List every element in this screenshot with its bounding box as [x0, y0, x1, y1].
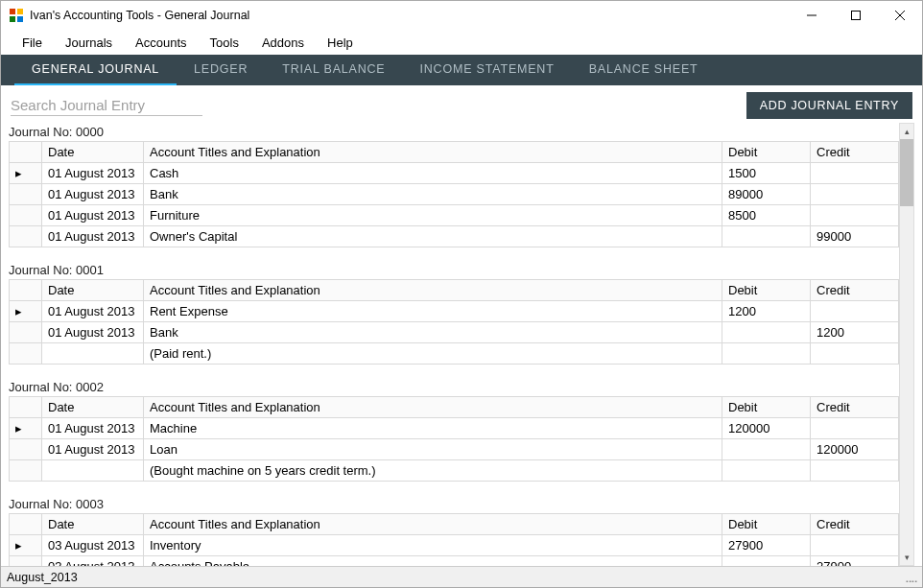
col-debit-header[interactable]: Debit	[722, 397, 811, 418]
window-title: Ivan's Accounting Tools - General Journa…	[30, 9, 790, 22]
tab-income-statement[interactable]: INCOME STATEMENT	[403, 55, 572, 85]
cell-credit	[811, 184, 899, 205]
table-row[interactable]: (Bought machine on 5 years credit term.)	[10, 460, 899, 482]
content-area: Journal No: 0000DateAccount Titles and E…	[1, 123, 922, 566]
table-row[interactable]: ▸01 August 2013Cash1500	[10, 163, 899, 184]
menu-bar: File Journals Accounts Tools Addons Help	[1, 30, 922, 55]
table-row[interactable]: (Paid rent.)	[10, 343, 899, 365]
menu-journals[interactable]: Journals	[54, 32, 124, 54]
cell-credit	[811, 535, 899, 556]
col-debit-header[interactable]: Debit	[722, 142, 811, 163]
cell-date: 01 August 2013	[42, 226, 144, 247]
cell-date: 01 August 2013	[42, 301, 144, 322]
col-marker-header[interactable]	[10, 142, 42, 163]
cell-credit: 120000	[811, 439, 899, 460]
cell-debit: 1500	[722, 163, 811, 184]
menu-tools[interactable]: Tools	[199, 32, 250, 54]
cell-date: 03 August 2013	[42, 535, 144, 556]
cell-debit	[722, 556, 811, 567]
row-marker-icon: ▸	[10, 163, 42, 184]
search-input[interactable]	[11, 95, 202, 116]
vertical-scrollbar[interactable]: ▴ ▾	[899, 123, 914, 566]
col-account-header[interactable]: Account Titles and Explanation	[144, 397, 722, 418]
cell-account: Furniture	[144, 205, 722, 226]
col-date-header[interactable]: Date	[42, 280, 144, 301]
cell-account: Machine	[144, 418, 722, 439]
cell-credit	[811, 163, 899, 184]
table-row[interactable]: 01 August 2013Loan120000	[10, 439, 899, 460]
col-marker-header[interactable]	[10, 514, 42, 535]
tab-ledger[interactable]: LEDGER	[177, 55, 265, 85]
col-account-header[interactable]: Account Titles and Explanation	[144, 514, 722, 535]
cell-account: Bank	[144, 184, 722, 205]
cell-credit	[811, 418, 899, 439]
menu-accounts[interactable]: Accounts	[124, 32, 198, 54]
cell-credit	[811, 460, 899, 482]
cell-debit: 27900	[722, 535, 811, 556]
cell-account: Inventory	[144, 535, 722, 556]
col-date-header[interactable]: Date	[42, 397, 144, 418]
cell-debit	[722, 439, 811, 460]
journal-number-label: Journal No: 0000	[9, 123, 899, 141]
tab-bar: GENERAL JOURNAL LEDGER TRIAL BALANCE INC…	[1, 55, 922, 85]
svg-rect-3	[17, 16, 23, 22]
col-date-header[interactable]: Date	[42, 142, 144, 163]
cell-account: (Paid rent.)	[144, 343, 722, 365]
cell-date: 01 August 2013	[42, 205, 144, 226]
tab-balance-sheet[interactable]: BALANCE SHEET	[572, 55, 716, 85]
col-credit-header[interactable]: Credit	[811, 142, 899, 163]
menu-addons[interactable]: Addons	[250, 32, 316, 54]
table-row[interactable]: 01 August 2013Furniture8500	[10, 205, 899, 226]
col-credit-header[interactable]: Credit	[811, 397, 899, 418]
cell-account: Accounts Payable	[144, 556, 722, 567]
close-button[interactable]	[878, 1, 922, 30]
table-row[interactable]: 01 August 2013Bank1200	[10, 322, 899, 343]
cell-credit	[811, 205, 899, 226]
row-marker-icon	[10, 343, 42, 365]
col-credit-header[interactable]: Credit	[811, 514, 899, 535]
table-row[interactable]: ▸01 August 2013Rent Expense1200	[10, 301, 899, 322]
add-journal-entry-button[interactable]: ADD JOURNAL ENTRY	[746, 92, 912, 119]
row-marker-icon	[10, 439, 42, 460]
journal-number-label: Journal No: 0002	[9, 378, 899, 396]
tab-trial-balance[interactable]: TRIAL BALANCE	[265, 55, 402, 85]
col-credit-header[interactable]: Credit	[811, 280, 899, 301]
scroll-up-icon[interactable]: ▴	[900, 124, 913, 139]
row-marker-icon	[10, 556, 42, 567]
scroll-thumb[interactable]	[900, 139, 913, 206]
journal-table: DateAccount Titles and ExplanationDebitC…	[9, 141, 899, 247]
col-debit-header[interactable]: Debit	[722, 280, 811, 301]
menu-file[interactable]: File	[11, 32, 54, 54]
col-marker-header[interactable]	[10, 397, 42, 418]
tab-general-journal[interactable]: GENERAL JOURNAL	[14, 55, 177, 85]
table-row[interactable]: 03 August 2013Accounts Payable27900	[10, 556, 899, 567]
scroll-track[interactable]	[900, 139, 913, 550]
cell-debit	[722, 343, 811, 365]
cell-credit: 99000	[811, 226, 899, 247]
cell-credit	[811, 343, 899, 365]
cell-debit: 89000	[722, 184, 811, 205]
resize-grip-icon[interactable]: ⣀⣀	[905, 571, 916, 583]
table-row[interactable]: 01 August 2013Owner's Capital99000	[10, 226, 899, 247]
col-date-header[interactable]: Date	[42, 514, 144, 535]
cell-debit: 120000	[722, 418, 811, 439]
table-row[interactable]: 01 August 2013Bank89000	[10, 184, 899, 205]
table-row[interactable]: ▸03 August 2013Inventory27900	[10, 535, 899, 556]
menu-help[interactable]: Help	[316, 32, 365, 54]
cell-debit	[722, 460, 811, 482]
col-account-header[interactable]: Account Titles and Explanation	[144, 142, 722, 163]
row-marker-icon	[10, 460, 42, 482]
row-marker-icon: ▸	[10, 418, 42, 439]
title-bar: Ivan's Accounting Tools - General Journa…	[1, 1, 922, 30]
svg-rect-2	[10, 16, 15, 22]
svg-rect-1	[17, 9, 23, 14]
table-row[interactable]: ▸01 August 2013Machine120000	[10, 418, 899, 439]
col-account-header[interactable]: Account Titles and Explanation	[144, 280, 722, 301]
svg-rect-0	[10, 9, 15, 14]
maximize-button[interactable]	[834, 1, 878, 30]
row-marker-icon: ▸	[10, 535, 42, 556]
col-marker-header[interactable]	[10, 280, 42, 301]
minimize-button[interactable]	[790, 1, 834, 30]
col-debit-header[interactable]: Debit	[722, 514, 811, 535]
scroll-down-icon[interactable]: ▾	[900, 550, 913, 565]
